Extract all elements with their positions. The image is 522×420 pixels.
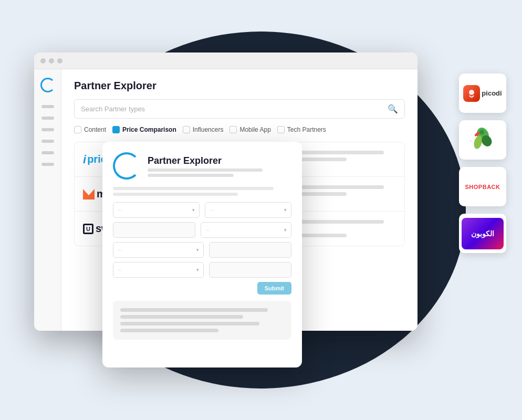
- clearfix: Submit: [113, 282, 291, 301]
- filter-check-price[interactable]: [112, 126, 120, 133]
- filter-tabs: Content Price Comparison Influencers Mob…: [74, 126, 405, 133]
- brand-cards: picodi SHOPBACK الكوبون: [459, 74, 506, 253]
- result-bar-1: [120, 308, 268, 312]
- brand-card-hummingbird[interactable]: [459, 120, 506, 160]
- form-row-3: ··· ▾: [113, 242, 291, 258]
- arabic-logo: الكوبون: [462, 218, 504, 249]
- chevron-2: ▾: [284, 207, 287, 213]
- overlay-title: Partner Explorer: [148, 155, 291, 166]
- chevron-5: ▾: [196, 267, 199, 272]
- dot-2: [49, 58, 54, 64]
- brand-card-shopback[interactable]: SHOPBACK: [459, 167, 506, 206]
- form-select-4[interactable]: ··· ▾: [113, 242, 204, 258]
- chevron-1: ▾: [192, 207, 195, 213]
- filter-check-tech[interactable]: [277, 126, 285, 133]
- sub-bar-1: [113, 187, 274, 190]
- sidebar: [34, 69, 61, 331]
- svg-point-0: [469, 90, 474, 95]
- form-select-3[interactable]: ··· ▾: [201, 222, 291, 238]
- filter-label-mobile: Mobile App: [239, 126, 270, 133]
- select-placeholder-5: ···: [118, 267, 122, 273]
- overlay-bar-2: [148, 174, 234, 177]
- search-icon: 🔍: [388, 104, 398, 114]
- dot-3: [57, 58, 62, 64]
- sidebar-logo: [40, 78, 55, 92]
- overlay-logo: [113, 152, 140, 180]
- sub-bar-2: [113, 193, 238, 196]
- filter-check-content[interactable]: [74, 126, 81, 133]
- filter-check-mobile[interactable]: [229, 126, 237, 133]
- filter-label-price: Price Comparison: [122, 126, 176, 133]
- sidebar-item-1[interactable]: [41, 105, 54, 108]
- form-row-4: ··· ▾: [113, 262, 291, 278]
- sidebar-item-6[interactable]: [41, 163, 54, 166]
- brand-card-arabic[interactable]: الكوبون: [459, 214, 506, 253]
- picodi-icon: [463, 85, 480, 102]
- hummingbird-svg: [468, 125, 497, 154]
- form-select-1[interactable]: ··· ▾: [113, 202, 200, 218]
- filter-price-comparison[interactable]: Price Comparison: [112, 126, 176, 133]
- brand-card-picodi[interactable]: picodi: [459, 74, 506, 113]
- overlay-window: Partner Explorer ··· ▾ ··· ▾: [102, 142, 302, 368]
- form-input-3[interactable]: [209, 262, 291, 278]
- arabic-text: الكوبون: [471, 229, 494, 238]
- filter-mobile-app[interactable]: Mobile App: [229, 126, 270, 133]
- select-placeholder-3: ···: [205, 227, 210, 233]
- sidebar-item-2[interactable]: [41, 117, 54, 120]
- result-bar-4: [120, 329, 218, 332]
- sidebar-item-5[interactable]: [41, 151, 54, 154]
- result-area: [113, 301, 291, 340]
- picodi-logo: picodi: [463, 85, 502, 102]
- filter-check-influencers[interactable]: [183, 126, 190, 133]
- browser-titlebar: [34, 52, 417, 69]
- chevron-3: ▾: [284, 227, 287, 233]
- overlay-header: Partner Explorer: [113, 152, 291, 180]
- form-input-1[interactable]: [113, 222, 195, 238]
- result-bar-2: [120, 315, 243, 319]
- form-input-2[interactable]: [209, 242, 291, 258]
- result-bar-3: [120, 322, 259, 326]
- picodi-text: picodi: [482, 89, 502, 97]
- form-row-1: ··· ▾ ··· ▾: [113, 202, 291, 218]
- filter-influencers[interactable]: Influencers: [183, 126, 224, 133]
- filter-content[interactable]: Content: [74, 126, 106, 133]
- submit-button[interactable]: Submit: [257, 282, 291, 295]
- overlay-sub-bars: [113, 187, 291, 196]
- form-select-2[interactable]: ··· ▾: [205, 202, 291, 218]
- picodi-svg: [466, 88, 477, 99]
- form-row-2: ··· ▾: [113, 222, 291, 238]
- dot-1: [40, 58, 46, 64]
- money-icon: [83, 189, 95, 200]
- search-bar[interactable]: Search Partner types 🔍: [74, 99, 405, 119]
- scene: Partner Explorer Search Partner types 🔍 …: [0, 0, 522, 420]
- search-input[interactable]: Search Partner types: [81, 105, 388, 113]
- select-placeholder-1: ···: [118, 207, 122, 213]
- select-placeholder-4: ···: [118, 247, 122, 253]
- filter-tech-partners[interactable]: Tech Partners: [277, 126, 326, 133]
- shopback-text: SHOPBACK: [465, 184, 500, 190]
- select-placeholder-2: ···: [210, 207, 214, 213]
- form-select-5[interactable]: ··· ▾: [113, 262, 204, 278]
- sidebar-item-4[interactable]: [41, 140, 54, 143]
- uswitch-u-icon: U: [83, 224, 93, 234]
- overlay-title-bars: [148, 169, 291, 177]
- filter-label-content: Content: [84, 126, 106, 133]
- overlay-bar-1: [148, 169, 263, 172]
- chevron-4: ▾: [196, 247, 199, 253]
- svg-point-4: [479, 130, 484, 134]
- filter-label-tech: Tech Partners: [287, 126, 326, 133]
- page-title: Partner Explorer: [74, 80, 405, 92]
- sidebar-item-3[interactable]: [41, 128, 54, 131]
- filter-label-influencers: Influencers: [193, 126, 224, 133]
